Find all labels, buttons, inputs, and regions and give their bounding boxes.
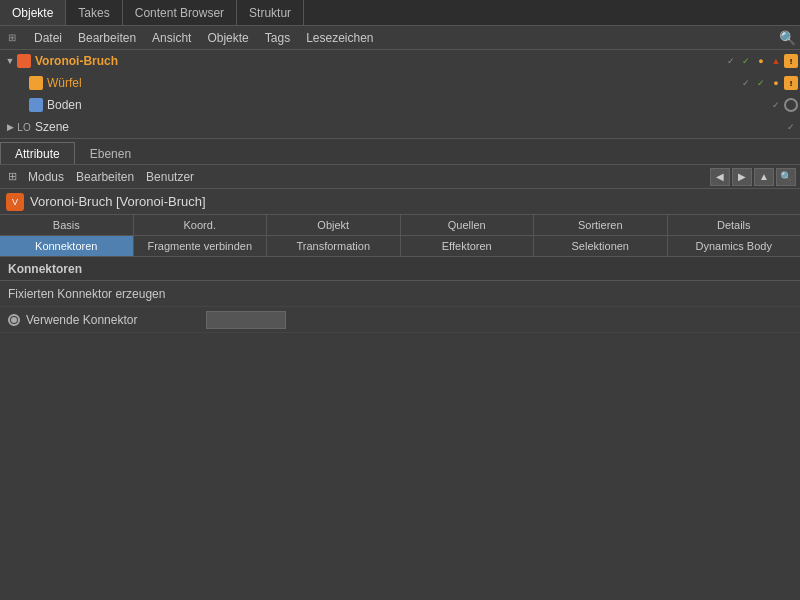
- menu-bearbeiten[interactable]: Bearbeiten: [70, 29, 144, 47]
- voronoi-badges: ✓ ✓ ● ▲ !: [723, 54, 800, 68]
- menu-search: 🔍: [779, 30, 796, 46]
- toolbar-modus[interactable]: Modus: [22, 168, 70, 186]
- voronoi-label: Voronoi-Bruch: [35, 54, 723, 68]
- badge-icon-4: [784, 98, 798, 112]
- toolbar-bearbeiten[interactable]: Bearbeiten: [70, 168, 140, 186]
- tab-fragmente[interactable]: Fragmente verbinden: [134, 236, 268, 256]
- menu-lesezeichen[interactable]: Lesezeichen: [298, 29, 381, 47]
- attr-toolbar-right: ◀ ▶ ▲ 🔍: [710, 168, 796, 186]
- boden-badges: ✓: [768, 98, 800, 112]
- voronoi-icon: [16, 53, 32, 69]
- search-icon[interactable]: 🔍: [779, 30, 796, 46]
- menu-objekte[interactable]: Objekte: [199, 29, 256, 47]
- content-row-fixiert[interactable]: Fixierten Konnektor erzeugen: [0, 281, 800, 307]
- nav-up-button[interactable]: ▲: [754, 168, 774, 186]
- tab-struktur[interactable]: Struktur: [237, 0, 304, 25]
- tab-dynamics[interactable]: Dynamics Body: [668, 236, 801, 256]
- wurfel-label: Würfel: [47, 76, 738, 90]
- menu-datei[interactable]: Datei: [26, 29, 70, 47]
- menu-bar: ⊞ Datei Bearbeiten Ansicht Objekte Tags …: [0, 26, 800, 50]
- tree-row-wurfel[interactable]: Würfel ✓ ✓ ● !: [0, 72, 800, 94]
- section-header-konnektoren: Konnektoren: [0, 257, 800, 281]
- boden-label: Boden: [47, 98, 768, 112]
- object-title-text: Voronoi-Bruch [Voronoi-Bruch]: [30, 194, 206, 209]
- tab-basis[interactable]: Basis: [0, 215, 134, 235]
- check-icon-4: ✓: [754, 76, 768, 90]
- tab-ebenen[interactable]: Ebenen: [75, 142, 146, 164]
- attr-tab-bar: Attribute Ebenen: [0, 139, 800, 165]
- tab-konnektoren[interactable]: Konnektoren: [0, 236, 134, 256]
- nav-forward-button[interactable]: ▶: [732, 168, 752, 186]
- attr-toolbar: ⊞ Modus Bearbeiten Benutzer ◀ ▶ ▲ 🔍: [0, 165, 800, 189]
- tree-row-boden[interactable]: Boden ✓: [0, 94, 800, 116]
- tab-objekt[interactable]: Objekt: [267, 215, 401, 235]
- check-icon-2: ✓: [739, 54, 753, 68]
- tab-details[interactable]: Details: [668, 215, 801, 235]
- check-icon-6: ✓: [784, 120, 798, 134]
- badge-icon-2: ▲: [769, 54, 783, 68]
- content-row-verwende[interactable]: Verwende Konnektor: [0, 307, 800, 333]
- tabs-row-1: Basis Koord. Objekt Quellen Sortieren De…: [0, 215, 800, 236]
- nav-search-button[interactable]: 🔍: [776, 168, 796, 186]
- expander-szene[interactable]: ▶: [4, 121, 16, 133]
- tab-quellen[interactable]: Quellen: [401, 215, 535, 235]
- check-icon-1: ✓: [724, 54, 738, 68]
- tree-row-szene[interactable]: ▶ LO Szene ✓: [0, 116, 800, 138]
- cube-icon: [28, 75, 44, 91]
- grid-icon: ⊞: [4, 30, 20, 46]
- tab-selektionen[interactable]: Selektionen: [534, 236, 668, 256]
- menu-ansicht[interactable]: Ansicht: [144, 29, 199, 47]
- menu-tags[interactable]: Tags: [257, 29, 298, 47]
- szene-label: Szene: [35, 120, 783, 134]
- tab-takes[interactable]: Takes: [66, 0, 122, 25]
- badge-icon-1: ●: [754, 54, 768, 68]
- object-title-icon: V: [6, 193, 24, 211]
- nav-back-button[interactable]: ◀: [710, 168, 730, 186]
- toolbar-benutzer[interactable]: Benutzer: [140, 168, 200, 186]
- tab-content-browser[interactable]: Content Browser: [123, 0, 237, 25]
- tab-objekte[interactable]: Objekte: [0, 0, 66, 25]
- input-verwende[interactable]: [206, 311, 286, 329]
- content-area: Konnektoren Fixierten Konnektor erzeugen…: [0, 257, 800, 333]
- check-icon-3: ✓: [739, 76, 753, 90]
- plane-icon: [28, 97, 44, 113]
- tab-transformation[interactable]: Transformation: [267, 236, 401, 256]
- top-tab-bar: Objekte Takes Content Browser Struktur: [0, 0, 800, 26]
- radio-verwende[interactable]: [8, 314, 20, 326]
- menu-icon-area: ⊞: [4, 30, 22, 46]
- expander-boden[interactable]: [16, 99, 28, 111]
- szene-badges: ✓: [783, 120, 800, 134]
- tab-sortieren[interactable]: Sortieren: [534, 215, 668, 235]
- expander-voronoi[interactable]: ▼: [4, 55, 16, 67]
- tree-row-voronoi[interactable]: ▼ Voronoi-Bruch ✓ ✓ ● ▲ !: [0, 50, 800, 72]
- toolbar-nav: ◀ ▶ ▲ 🔍: [710, 168, 796, 186]
- object-title-row: V Voronoi-Bruch [Voronoi-Bruch]: [0, 189, 800, 215]
- label-fixiert: Fixierten Konnektor erzeugen: [8, 287, 188, 301]
- object-tree: ▼ Voronoi-Bruch ✓ ✓ ● ▲ ! Würfel ✓ ✓ ● !: [0, 50, 800, 139]
- tab-koord[interactable]: Koord.: [134, 215, 268, 235]
- scene-icon: LO: [16, 119, 32, 135]
- badge-orange-1: !: [784, 54, 798, 68]
- grid-attr-icon: ⊞: [4, 169, 20, 185]
- tab-attribute[interactable]: Attribute: [0, 142, 75, 164]
- value-verwende: [206, 311, 792, 329]
- check-icon-5: ✓: [769, 98, 783, 112]
- wurfel-badges: ✓ ✓ ● !: [738, 76, 800, 90]
- badge-orange-2: !: [784, 76, 798, 90]
- tabs-row-2: Konnektoren Fragmente verbinden Transfor…: [0, 236, 800, 257]
- tab-effektoren[interactable]: Effektoren: [401, 236, 535, 256]
- label-verwende: Verwende Konnektor: [26, 313, 206, 327]
- expander-wurfel[interactable]: [16, 77, 28, 89]
- badge-icon-3: ●: [769, 76, 783, 90]
